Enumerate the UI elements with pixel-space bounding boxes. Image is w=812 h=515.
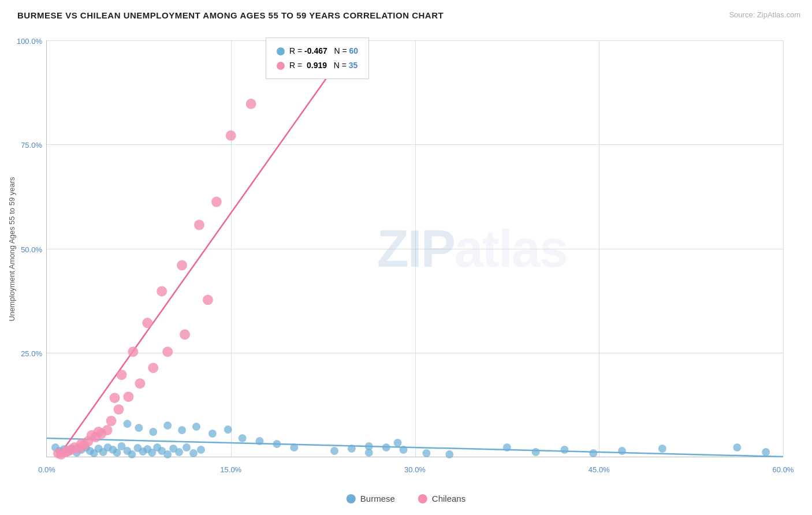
svg-point-57 [365, 442, 373, 450]
svg-point-34 [178, 426, 186, 434]
svg-point-88 [148, 363, 158, 373]
svg-point-54 [658, 445, 666, 453]
x-label-30: 30.0% [404, 465, 426, 474]
chart-container: BURMESE VS CHILEAN UNEMPLOYMENT AMONG AG… [0, 0, 812, 515]
legend-item-chileans: Chileans [418, 494, 465, 503]
svg-point-27 [182, 443, 191, 451]
svg-point-26 [175, 448, 183, 456]
svg-point-36 [208, 430, 217, 438]
svg-point-51 [561, 446, 569, 454]
svg-point-45 [382, 443, 390, 451]
svg-point-32 [149, 428, 157, 436]
svg-point-38 [239, 434, 247, 442]
svg-point-50 [532, 448, 540, 456]
x-label-0: 0.0% [38, 465, 55, 474]
svg-point-30 [123, 420, 131, 428]
svg-point-87 [135, 378, 145, 389]
svg-point-40 [273, 440, 281, 448]
svg-point-35 [192, 423, 200, 431]
svg-point-58 [394, 439, 402, 447]
svg-point-84 [106, 416, 117, 426]
svg-point-66 [102, 425, 113, 435]
svg-point-79 [211, 197, 222, 207]
legend-r-chileans: R = 0.919 N = 35 [289, 58, 357, 73]
y-label-100: 100.0% [17, 37, 42, 46]
svg-point-89 [162, 346, 173, 357]
x-label-45: 45.0% [588, 465, 610, 474]
svg-point-73 [79, 440, 90, 450]
svg-point-83 [94, 427, 104, 437]
svg-point-37 [224, 426, 232, 434]
svg-point-24 [163, 450, 172, 458]
svg-point-33 [163, 421, 172, 430]
svg-point-67 [110, 393, 120, 403]
source-text: Source: ZipAtlas.com [729, 10, 800, 19]
svg-point-46 [400, 446, 408, 454]
plot-area: 100.0% 75.0% 50.0% 25.0% 0.0% 15.0% 30.0… [46, 40, 783, 457]
svg-point-80 [226, 130, 236, 141]
svg-point-43 [348, 445, 356, 453]
legend-dot-chileans [277, 62, 285, 70]
svg-point-74 [128, 346, 138, 357]
chart-title: BURMESE VS CHILEAN UNEMPLOYMENT AMONG AG… [17, 10, 444, 20]
svg-point-81 [246, 99, 256, 109]
legend-box: R = -0.467 N = 60 R = 0.919 N = 35 [266, 38, 369, 79]
legend-color-burmese [347, 494, 356, 503]
x-label-60: 60.0% [773, 465, 794, 474]
svg-point-75 [142, 318, 152, 328]
svg-point-47 [422, 449, 430, 457]
legend-dot-burmese [277, 47, 285, 55]
svg-point-42 [330, 447, 338, 455]
svg-point-28 [189, 449, 198, 457]
svg-point-90 [180, 329, 190, 339]
svg-point-56 [762, 448, 770, 456]
svg-point-17 [128, 450, 136, 458]
scatter-svg [47, 40, 783, 457]
svg-point-76 [157, 286, 167, 296]
bottom-legend: Burmese Chileans [347, 494, 465, 503]
svg-point-91 [203, 294, 213, 305]
svg-point-68 [117, 370, 127, 380]
svg-point-55 [733, 443, 741, 451]
y-label-75: 75.0% [21, 141, 42, 150]
x-label-15: 15.0% [220, 465, 241, 474]
svg-point-86 [123, 391, 133, 402]
legend-item-burmese: Burmese [347, 494, 395, 503]
legend-label-chileans: Chileans [432, 494, 465, 503]
svg-point-52 [589, 449, 597, 457]
legend-label-burmese: Burmese [360, 494, 395, 503]
svg-point-49 [503, 443, 511, 451]
gridline-v-60 [783, 40, 784, 457]
svg-point-41 [290, 443, 298, 451]
svg-point-85 [114, 404, 124, 415]
svg-point-48 [445, 450, 453, 458]
legend-row-chileans: R = 0.919 N = 35 [277, 58, 358, 73]
legend-row-burmese: R = -0.467 N = 60 [277, 44, 358, 58]
y-label-50: 50.0% [21, 245, 42, 253]
svg-point-53 [618, 447, 626, 455]
y-label-25: 25.0% [21, 349, 42, 357]
svg-point-77 [177, 260, 187, 270]
legend-r-burmese: R = -0.467 N = 60 [289, 44, 358, 58]
legend-color-chileans [418, 494, 427, 503]
svg-point-78 [194, 220, 204, 230]
svg-point-39 [256, 437, 264, 445]
svg-point-29 [197, 446, 205, 454]
y-axis-title: Unemployment Among Ages 55 to 59 years [6, 40, 17, 457]
trend-line-chileans [58, 75, 329, 457]
svg-point-31 [135, 424, 143, 432]
